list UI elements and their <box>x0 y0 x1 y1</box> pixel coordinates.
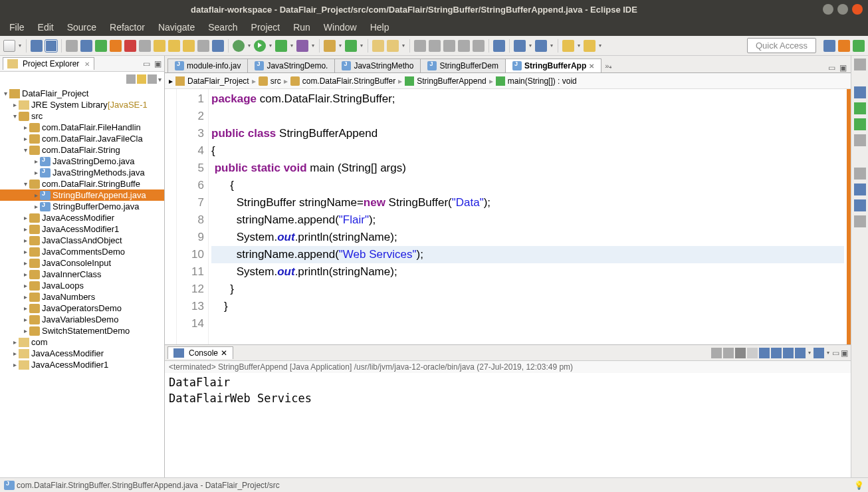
drop-frame-icon[interactable] <box>197 40 209 52</box>
save-icon[interactable] <box>31 40 43 52</box>
caret-icon[interactable]: ▸ <box>21 271 29 278</box>
code-editor[interactable]: 1234567891011121314 package com.DataFlai… <box>165 89 851 344</box>
caret-icon[interactable]: ▸ <box>21 305 29 312</box>
caret-icon[interactable]: ▸ <box>21 214 29 221</box>
remove-all-icon[interactable] <box>723 348 734 358</box>
collapse-all-icon[interactable] <box>126 74 136 84</box>
tree-item[interactable]: ▸JavaInnerClass <box>0 269 164 280</box>
tree-item[interactable]: ▸JRE System Library [JavaSE-1 <box>0 99 164 110</box>
breadcrumb-item[interactable]: DataFlair_Project <box>187 76 249 86</box>
caret-icon[interactable]: ▸ <box>32 203 40 210</box>
caret-icon[interactable]: ▸ <box>21 124 29 131</box>
minimize-button[interactable] <box>823 4 833 15</box>
caret-icon[interactable]: ▾ <box>11 112 19 120</box>
breadcrumb-item[interactable]: main(String[]) : void <box>508 76 577 86</box>
perspective-debug-icon[interactable] <box>838 40 850 52</box>
tree-item[interactable]: ▸com <box>0 336 164 348</box>
step-into-icon[interactable] <box>154 40 165 52</box>
pin-console-icon[interactable] <box>783 348 794 358</box>
caret-icon[interactable]: ▸ <box>32 169 40 176</box>
maximize-view-icon[interactable]: ▣ <box>839 63 847 72</box>
stop-icon[interactable] <box>124 40 136 52</box>
pin-icon[interactable] <box>493 40 505 52</box>
tree-item[interactable]: ▸JavaAcessModifier <box>0 348 164 359</box>
tree-item[interactable]: ▸JavaNumbers <box>0 291 164 303</box>
tree-item[interactable]: ▾com.DataFlair.String <box>0 144 164 156</box>
quick-access-input[interactable]: Quick Access <box>747 38 816 53</box>
tabs-overflow[interactable]: »₄ <box>601 60 615 72</box>
tree-item[interactable]: ▾com.DataFlair.StringBuffe <box>0 178 164 189</box>
coverage-icon[interactable] <box>275 40 287 52</box>
perspective-other-icon[interactable] <box>853 40 865 52</box>
markers-icon[interactable] <box>854 118 866 130</box>
word-wrap-icon[interactable] <box>771 348 782 358</box>
code-line[interactable]: public static void main (String[] args) <box>211 160 844 177</box>
code-body[interactable]: package com.DataFlair.StringBuffer; publ… <box>209 89 847 344</box>
display-console-icon[interactable] <box>795 348 806 358</box>
dropdown-icon[interactable]: ▾ <box>576 40 582 52</box>
toggle-view-icon[interactable]: ▣ <box>154 59 162 68</box>
clear-icon[interactable] <box>747 348 758 358</box>
breadcrumb-item[interactable]: com.DataFlair.StringBuffer <box>302 76 396 86</box>
nav-back-icon[interactable] <box>562 40 574 52</box>
step-return-icon[interactable] <box>183 40 195 52</box>
caret-icon[interactable]: ▸ <box>21 259 29 267</box>
tree-item[interactable]: ▸JavaAcessModifier1 <box>0 223 164 235</box>
problems-icon[interactable] <box>854 134 866 146</box>
code-line[interactable]: stringName.append("Web Services"); <box>211 246 844 263</box>
code-line[interactable]: { <box>211 142 844 160</box>
menu-window[interactable]: Window <box>317 19 364 35</box>
caret-icon[interactable]: ▸ <box>21 225 29 233</box>
prev-icon[interactable] <box>458 40 470 52</box>
tree-item[interactable]: ▸com.DataFlair.FileHandlin <box>0 122 164 133</box>
code-line[interactable]: StringBuffer stringName=new StringBuffer… <box>211 194 844 211</box>
caret-icon[interactable]: ▸ <box>21 327 29 334</box>
dropdown-icon[interactable]: ▾ <box>359 40 364 52</box>
terminate-icon[interactable] <box>735 348 746 358</box>
tree-item[interactable]: ▸JavaStringMethods.java <box>0 167 164 178</box>
new-icon[interactable] <box>3 40 15 52</box>
restore-icon[interactable] <box>854 59 866 70</box>
dropdown-icon[interactable]: ▾ <box>289 40 294 52</box>
code-line[interactable]: package com.DataFlair.StringBuffer; <box>211 90 844 108</box>
editor-tab[interactable]: JavaStringDemo. <box>247 59 335 72</box>
disconnect-icon[interactable] <box>139 40 151 52</box>
menu-refactor[interactable]: Refactor <box>103 19 152 35</box>
tree-item[interactable]: ▸JavaLoops <box>0 280 164 291</box>
perspective-java-icon[interactable] <box>823 40 835 52</box>
tree-item[interactable]: ▸JavaVariablesDemo <box>0 314 164 325</box>
last-edit-icon[interactable] <box>473 40 485 52</box>
code-line[interactable]: System.out.println(stringName); <box>211 229 844 246</box>
tree-item[interactable]: ▸JavaAcessModifier1 <box>0 359 164 370</box>
open-console-icon[interactable] <box>814 348 824 358</box>
maximize-button[interactable] <box>837 4 848 15</box>
tree-item[interactable]: ▾src <box>0 110 164 122</box>
run-icon[interactable] <box>254 40 266 52</box>
dropdown-icon[interactable]: ▾ <box>528 40 533 52</box>
view2-icon[interactable] <box>854 184 866 195</box>
dropdown-icon[interactable]: ▾ <box>597 40 603 52</box>
menu-run[interactable]: Run <box>286 19 317 35</box>
caret-icon[interactable]: ▸ <box>32 191 40 199</box>
menu-edit[interactable]: Edit <box>31 19 60 35</box>
tree-item[interactable]: ▸StringBufferDemo.java <box>0 201 164 212</box>
back-icon[interactable] <box>514 40 526 52</box>
tree-item[interactable]: ▸com.DataFlair.JavaFileCla <box>0 133 164 144</box>
code-line[interactable]: stringName.append("Flair"); <box>211 211 844 229</box>
code-line[interactable]: public class StringBufferAppend <box>211 125 844 142</box>
new-pkg-icon[interactable] <box>324 40 336 52</box>
menu-source[interactable]: Source <box>60 19 103 35</box>
dropdown-icon[interactable]: ▾ <box>401 40 406 52</box>
code-line[interactable]: System.out.println(stringName); <box>211 263 844 281</box>
tree-item[interactable]: ▾DataFlair_Project <box>0 88 164 99</box>
caret-icon[interactable]: ▸ <box>21 282 29 289</box>
toggle-icon[interactable] <box>66 40 78 52</box>
dropdown-icon[interactable]: ▾ <box>807 347 812 359</box>
resume-icon[interactable] <box>212 40 224 52</box>
minimize-view-icon[interactable]: ▭ <box>832 348 839 358</box>
open-task-icon[interactable] <box>387 40 399 52</box>
caret-icon[interactable]: ▾ <box>1 90 9 97</box>
tree-item[interactable]: ▸JavaConsoleInput <box>0 257 164 269</box>
build-icon[interactable] <box>80 40 92 52</box>
menu-navigate[interactable]: Navigate <box>152 19 201 35</box>
